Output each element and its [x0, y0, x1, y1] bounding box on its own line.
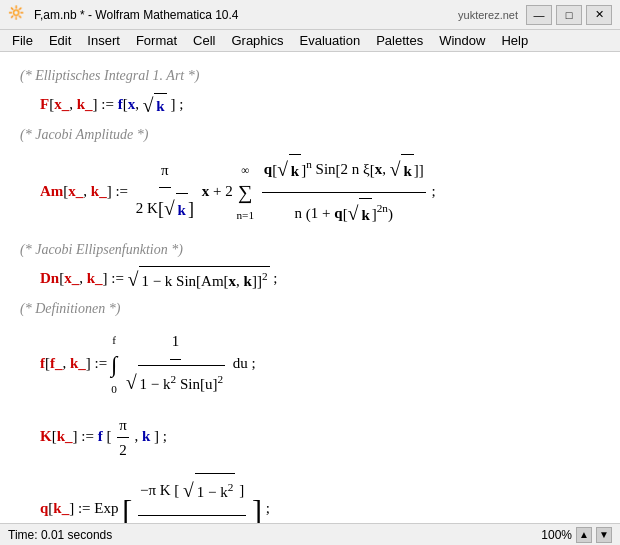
math-content-f2[interactable]: f[f_, k_] := f ∫ 0 1 √ 1 − k2 Sin[u]2 [40, 323, 600, 407]
math-cell-q: q[k_] := Exp [ −π K [ √ 1 − k2 ] K[k] [20, 468, 600, 523]
comment-cell-3: (* Jacobi Ellipsenfunktion *) [20, 242, 600, 258]
sum-lower: n=1 [236, 203, 254, 228]
K-f: f [98, 428, 103, 444]
dn-sq2: ] [103, 270, 108, 286]
menu-evaluation[interactable]: Evaluation [291, 30, 368, 51]
k-under-sqrt: k [156, 98, 164, 114]
am-x: x_ [68, 183, 83, 199]
f2-sq2: ] [86, 355, 91, 371]
am-x2: x + 2 [202, 183, 237, 199]
menu-help[interactable]: Help [493, 30, 536, 51]
sum-term: q[√k]n Sin[2 n ξ[x, √k]] n (1 + q[√k]2n) [262, 149, 426, 236]
func-Dn: Dn [40, 270, 59, 286]
am-assign: := [115, 183, 131, 199]
math-cell-f2: f[f_, k_] := f ∫ 0 1 √ 1 − k2 Sin[u]2 [20, 323, 600, 407]
dn-cm: , [79, 270, 87, 286]
K-func: K [40, 428, 52, 444]
math-cell-dn: Dn[x_, k_] := √ 1 − k Sin[Am[x, k]]2 ; [20, 264, 600, 295]
math-content-dn[interactable]: Dn[x_, k_] := √ 1 − k Sin[Am[x, k]]2 ; [40, 264, 600, 295]
math-content-K[interactable]: K[k_] := f [ π 2 , k ] ; [40, 413, 600, 462]
am-semicolon: ; [432, 183, 436, 199]
math-content-am[interactable]: Am[x_, k_] := π 2 K[√k] x + 2 ∞ ∑ n=1 [40, 149, 600, 236]
menu-window[interactable]: Window [431, 30, 493, 51]
menu-palettes[interactable]: Palettes [368, 30, 431, 51]
comma2: , [135, 96, 143, 112]
q-frac: −π K [ √ 1 − k2 ] K[k] [138, 468, 246, 523]
menu-bar: File Edit Insert Format Cell Graphics Ev… [0, 30, 620, 52]
q-inner-bracket-open: [ [174, 482, 179, 498]
k-sq: 2 [171, 373, 177, 385]
comment-cell-1: (* Elliptisches Integral 1. Art *) [20, 68, 600, 84]
K-assign: := [81, 428, 97, 444]
f2-assign: := [95, 355, 111, 371]
func-F: F [40, 96, 49, 112]
app-icon: 🔆 [8, 5, 28, 25]
menu-edit[interactable]: Edit [41, 30, 79, 51]
q-semi: ; [266, 500, 270, 516]
menu-insert[interactable]: Insert [79, 30, 128, 51]
minimize-button[interactable]: — [526, 5, 552, 25]
scroll-down-button[interactable]: ▼ [596, 527, 612, 543]
sin-sq: 2 [217, 373, 223, 385]
time-text: Time: 0.01 seconds [8, 528, 112, 542]
dn-k: k_ [87, 270, 103, 286]
scroll-up-button[interactable]: ▲ [576, 527, 592, 543]
K-sq2: ] [73, 428, 78, 444]
K-bracket-open: [ [106, 428, 111, 444]
math-content-f[interactable]: F[x_, k_] := f[x, √ k ] ; [40, 90, 600, 121]
f2-x: f_ [50, 355, 63, 371]
f2-cm: , [63, 355, 71, 371]
network-label: yukterez.net [458, 9, 518, 21]
menu-graphics[interactable]: Graphics [223, 30, 291, 51]
q-assign: := Exp [78, 500, 119, 516]
int-sym-large: ∫ [111, 354, 117, 377]
f2-k: k_ [70, 355, 86, 371]
sum-upper: ∞ [241, 158, 249, 183]
menu-format[interactable]: Format [128, 30, 185, 51]
int-frac: 1 √ 1 − k2 Sin[u]2 [124, 323, 227, 407]
K-bracket-close: ] ; [154, 428, 167, 444]
den-bracket-open: ( [306, 206, 311, 222]
notebook-content[interactable]: (* Elliptisches Integral 1. Art *) F[x_,… [0, 52, 620, 523]
q-sq2: ] [69, 500, 74, 516]
math-content-q[interactable]: q[k_] := Exp [ −π K [ √ 1 − k2 ] K[k] [40, 468, 600, 523]
close-button[interactable]: ✕ [586, 5, 612, 25]
var-k: k_ [77, 96, 93, 112]
q-inner-bracket-close: ] [239, 482, 244, 498]
comment-cell-2: (* Jacobi Amplitude *) [20, 127, 600, 143]
title-bar: 🔆 F,am.nb * - Wolfram Mathematica 10.4 y… [0, 0, 620, 30]
dn-semi: ; [273, 270, 277, 286]
window-controls: — □ ✕ [526, 5, 612, 25]
q-exp2: 2n [377, 202, 388, 214]
int-limits: f ∫ 0 [111, 327, 117, 404]
bracket-sqrt-k-den-close: ] [188, 199, 194, 219]
comma1: , [69, 96, 77, 112]
K-frac: π 2 [117, 413, 129, 462]
comment-text-3: (* Jacobi Ellipsenfunktion *) [20, 242, 600, 258]
zoom-area: 100% ▲ ▼ [541, 527, 612, 543]
sqrt-k: √ k [143, 90, 167, 121]
comment-text-4: (* Definitionen *) [20, 301, 600, 317]
dn-x: x_ [64, 270, 79, 286]
dn-sqrt: √ 1 − k Sin[Am[x, k]]2 [128, 264, 270, 295]
pi-over-2K: π 2 K[√k] [134, 154, 196, 231]
q-k2: 2 [228, 481, 234, 493]
K-k2: k [142, 428, 150, 444]
comment-text-1: (* Elliptisches Integral 1. Art *) [20, 68, 600, 84]
int-du: du ; [233, 355, 256, 371]
math-cell-K: K[k_] := f [ π 2 , k ] ; [20, 413, 600, 462]
window-title: F,am.nb * - Wolfram Mathematica 10.4 [34, 8, 458, 22]
assign: := [101, 96, 117, 112]
math-cell-f: F[x_, k_] := f[x, √ k ] ; [20, 90, 600, 121]
menu-cell[interactable]: Cell [185, 30, 223, 51]
bracket-close: ] [93, 96, 98, 112]
K-k: k_ [57, 428, 73, 444]
comment-text-2: (* Jacobi Amplitude *) [20, 127, 600, 143]
sum-block: ∞ ∑ n=1 [236, 158, 256, 228]
int-lower: 0 [111, 376, 117, 403]
sin-close: ] [419, 162, 424, 178]
math-cell-am: Am[x_, k_] := π 2 K[√k] x + 2 ∞ ∑ n=1 [20, 149, 600, 236]
maximize-button[interactable]: □ [556, 5, 582, 25]
status-bar: Time: 0.01 seconds 100% ▲ ▼ [0, 523, 620, 545]
menu-file[interactable]: File [4, 30, 41, 51]
